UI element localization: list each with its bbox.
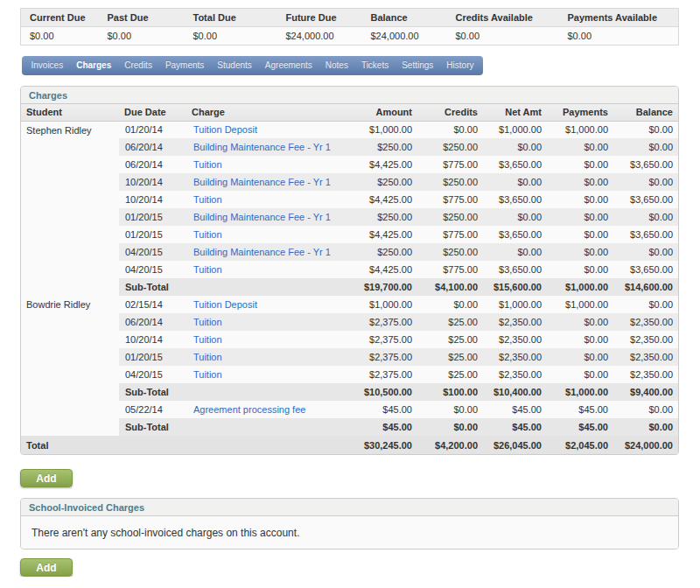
charges-table-body: Stephen Ridley01/20/14Tuition Deposit$1,… <box>21 121 678 454</box>
charge-link[interactable]: Tuition <box>193 264 222 275</box>
charge-link[interactable]: Tuition <box>193 159 222 170</box>
due-date-cell: 02/15/14 <box>119 296 186 313</box>
total-payments-cell: $2,045.00 <box>547 436 613 454</box>
tab-students[interactable]: Students <box>211 56 258 75</box>
balance-cell: $0.00 <box>613 208 678 226</box>
subtotal-net-amt-cell: $15,600.00 <box>483 278 547 296</box>
subtotal-payments-cell: $1,000.00 <box>547 278 613 296</box>
balance-cell: $0.00 <box>613 243 678 261</box>
charge-link[interactable]: Tuition Deposit <box>193 124 257 135</box>
due-date-cell: 01/20/14 <box>119 121 186 138</box>
total-spacer-charge-cell <box>186 436 352 454</box>
tab-agreements[interactable]: Agreements <box>258 56 318 75</box>
payments-cell: $0.00 <box>547 348 613 366</box>
tab-tickets[interactable]: Tickets <box>354 56 395 75</box>
payments-cell: $1,000.00 <box>547 121 613 138</box>
charge-link[interactable]: Tuition <box>193 194 222 205</box>
total-net-amt-cell: $26,045.00 <box>483 436 547 454</box>
add-school-invoiced-charge-button[interactable]: Add <box>20 558 73 577</box>
charge-link[interactable]: Tuition <box>193 369 222 380</box>
school-invoiced-panel: School-Invoiced Charges There aren't any… <box>20 498 679 550</box>
charge-link[interactable]: Tuition <box>193 352 222 362</box>
charge-row: Bowdrie Ridley02/15/14Tuition Deposit$1,… <box>21 296 678 313</box>
charge-row: 06/20/14Building Maintenance Fee - Yr 1$… <box>21 138 678 156</box>
net-amt-cell: $3,650.00 <box>483 156 547 173</box>
account-summary-table: Current DuePast DueTotal DueFuture DueBa… <box>20 8 679 46</box>
amount-cell: $250.00 <box>352 138 417 156</box>
payments-cell: $0.00 <box>547 156 613 173</box>
school-invoiced-panel-title: School-Invoiced Charges <box>21 499 678 516</box>
payments-cell: $0.00 <box>547 313 613 331</box>
tab-payments[interactable]: Payments <box>158 56 210 75</box>
net-amt-cell: $2,350.00 <box>483 313 547 331</box>
add-charge-button[interactable]: Add <box>20 469 73 487</box>
charge-link[interactable]: Building Maintenance Fee - Yr 1 <box>193 247 331 257</box>
tab-notes[interactable]: Notes <box>318 56 354 75</box>
charge-link[interactable]: Building Maintenance Fee - Yr 1 <box>193 142 331 152</box>
subtotal-balance-cell: $9,400.00 <box>613 383 678 401</box>
subtotal-amount-cell: $19,700.00 <box>352 278 417 296</box>
payments-cell: $1,000.00 <box>547 296 613 313</box>
payments-cell: $45.00 <box>547 401 613 418</box>
summary-value-current-due: $0.00 <box>21 27 99 46</box>
credits-cell: $775.00 <box>417 156 483 173</box>
charge-row: 10/20/14Tuition$2,375.00$25.00$2,350.00$… <box>21 331 678 348</box>
charge-row: Stephen Ridley01/20/14Tuition Deposit$1,… <box>21 121 678 138</box>
charges-column-balance: Balance <box>613 104 678 121</box>
charge-cell: Tuition <box>186 348 352 366</box>
total-spacer-date-cell <box>119 436 186 454</box>
amount-cell: $4,425.00 <box>352 261 417 278</box>
credits-cell: $0.00 <box>417 296 483 313</box>
payments-cell: $0.00 <box>547 191 613 208</box>
total-label-cell: Total <box>21 436 119 454</box>
net-amt-cell: $3,650.00 <box>483 191 547 208</box>
charge-link[interactable]: Agreement processing fee <box>193 404 305 415</box>
charge-row: 06/20/14Tuition$4,425.00$775.00$3,650.00… <box>21 156 678 173</box>
total-credits-cell: $4,200.00 <box>417 436 483 454</box>
charge-link[interactable]: Tuition <box>193 317 222 327</box>
total-balance-cell: $24,000.00 <box>613 436 678 454</box>
charge-link[interactable]: Building Maintenance Fee - Yr 1 <box>193 212 331 222</box>
amount-cell: $2,375.00 <box>352 331 417 348</box>
credits-cell: $775.00 <box>417 191 483 208</box>
credits-cell: $25.00 <box>417 313 483 331</box>
net-amt-cell: $2,350.00 <box>483 366 547 383</box>
charge-cell: Tuition <box>186 156 352 173</box>
charges-header-row: StudentDue DateChargeAmountCreditsNet Am… <box>21 104 678 121</box>
due-date-cell: 04/20/15 <box>119 366 186 383</box>
tab-invoices[interactable]: Invoices <box>24 56 70 75</box>
balance-cell: $3,650.00 <box>613 261 678 278</box>
tab-charges[interactable]: Charges <box>70 56 118 75</box>
charge-link[interactable]: Tuition Deposit <box>193 299 257 310</box>
tab-credits[interactable]: Credits <box>118 56 159 75</box>
total-row: Total$30,245.00$4,200.00$26,045.00$2,045… <box>21 436 678 454</box>
net-amt-cell: $0.00 <box>483 138 547 156</box>
balance-cell: $0.00 <box>613 121 678 138</box>
net-amt-cell: $2,350.00 <box>483 331 547 348</box>
charge-row: 01/20/15Tuition$4,425.00$775.00$3,650.00… <box>21 226 678 243</box>
school-invoiced-empty-message: There aren't any school-invoiced charges… <box>21 516 678 549</box>
payments-cell: $0.00 <box>547 208 613 226</box>
credits-cell: $775.00 <box>417 261 483 278</box>
charge-link[interactable]: Building Maintenance Fee - Yr 1 <box>193 177 331 187</box>
amount-cell: $4,425.00 <box>352 226 417 243</box>
tab-history[interactable]: History <box>440 56 480 75</box>
charge-row: 10/20/14Tuition$4,425.00$775.00$3,650.00… <box>21 191 678 208</box>
summary-column-balance: Balance <box>362 9 447 27</box>
charge-row: 01/20/15Tuition$2,375.00$25.00$2,350.00$… <box>21 348 678 366</box>
charge-cell: Tuition <box>186 226 352 243</box>
credits-cell: $25.00 <box>417 331 483 348</box>
balance-cell: $2,350.00 <box>613 366 678 383</box>
charge-link[interactable]: Tuition <box>193 229 222 240</box>
balance-cell: $0.00 <box>613 296 678 313</box>
due-date-cell: 10/20/14 <box>119 191 186 208</box>
summary-header-row: Current DuePast DueTotal DueFuture DueBa… <box>21 9 679 27</box>
credits-cell: $250.00 <box>417 243 483 261</box>
charge-cell: Tuition Deposit <box>186 121 352 138</box>
tab-settings[interactable]: Settings <box>396 56 440 75</box>
payments-cell: $0.00 <box>547 138 613 156</box>
amount-cell: $250.00 <box>352 243 417 261</box>
charge-link[interactable]: Tuition <box>193 334 222 345</box>
payments-cell: $0.00 <box>547 331 613 348</box>
credits-cell: $250.00 <box>417 173 483 191</box>
